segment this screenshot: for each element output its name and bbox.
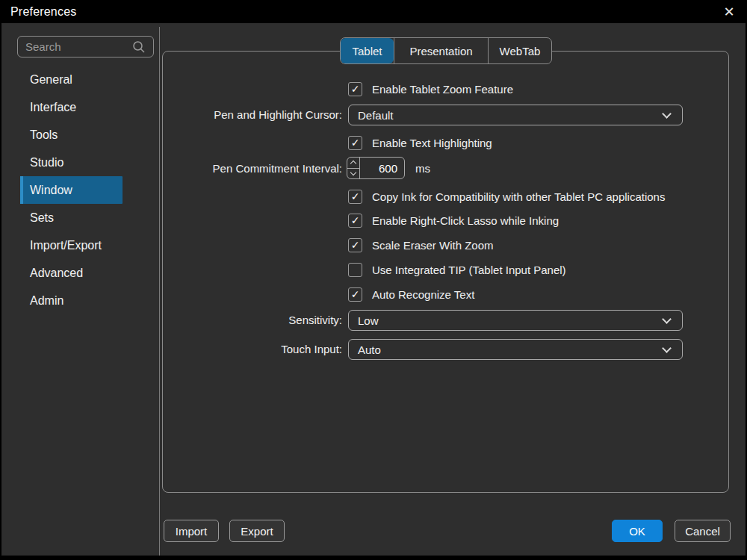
pen-commitment-spinner[interactable]: 600 <box>347 157 405 179</box>
tab-label: Tablet <box>352 45 382 57</box>
sidebar-divider <box>159 27 160 556</box>
sensitivity-label: Sensitivity: <box>163 314 342 326</box>
touch-input-label: Touch Input: <box>163 343 342 355</box>
pen-cursor-label: Pen and Highlight Cursor: <box>163 108 342 121</box>
pen-commitment-value[interactable]: 600 <box>360 158 404 178</box>
integrated-tip-checkbox[interactable] <box>348 263 362 277</box>
close-icon: ✕ <box>723 4 734 20</box>
sidebar-item-studio[interactable]: Studio <box>20 149 123 176</box>
pen-commitment-label: Pen Commitment Interval: <box>163 162 342 175</box>
close-button[interactable]: ✕ <box>719 2 740 22</box>
integrated-tip-label: Use Integrated TIP (Tablet Input Panel) <box>372 264 566 276</box>
checkmark-icon: ✓ <box>351 240 360 250</box>
pen-commitment-unit: ms <box>415 162 430 175</box>
touch-input-value: Auto <box>358 343 663 356</box>
copy-ink-checkbox[interactable]: ✓ <box>348 190 362 204</box>
sidebar-item-import-export[interactable]: Import/Export <box>20 231 123 259</box>
chevron-up-icon <box>350 161 356 167</box>
sidebar-item-label: Admin <box>30 294 63 308</box>
sidebar-item-label: Interface <box>30 101 76 114</box>
pen-cursor-dropdown[interactable]: Default <box>348 105 683 125</box>
enable-text-highlighting-checkbox[interactable]: ✓ <box>348 136 362 150</box>
sidebar-item-label: Import/Export <box>30 239 102 252</box>
auto-recognize-checkbox[interactable]: ✓ <box>348 287 362 302</box>
ok-button[interactable]: OK <box>612 520 663 542</box>
export-button-label: Export <box>241 525 273 538</box>
auto-recognize-row: ✓ Auto Recognize Text <box>348 287 474 302</box>
import-button-label: Import <box>176 525 208 538</box>
spinner-up-button[interactable] <box>347 158 359 168</box>
sidebar-item-general[interactable]: General <box>20 66 123 93</box>
checkmark-icon: ✓ <box>351 137 360 148</box>
spinner-buttons <box>347 158 360 178</box>
enable-tablet-zoom-row: ✓ Enable Tablet Zoom Feature <box>348 81 513 96</box>
sidebar-item-label: Sets <box>30 211 54 225</box>
right-click-lasso-label: Enable Right-Click Lasso while Inking <box>372 214 559 227</box>
scale-eraser-label: Scale Eraser With Zoom <box>372 239 494 252</box>
tab-tablet[interactable]: Tablet <box>341 38 394 63</box>
enable-text-highlighting-row: ✓ Enable Text Highlighting <box>348 135 492 150</box>
copy-ink-label: Copy Ink for Compatibility with other Ta… <box>372 190 665 203</box>
sidebar-item-interface[interactable]: Interface <box>20 93 123 121</box>
sidebar-item-tools[interactable]: Tools <box>20 121 123 149</box>
chevron-down-icon <box>350 169 356 175</box>
scale-eraser-row: ✓ Scale Eraser With Zoom <box>348 237 494 252</box>
sidebar-item-label: General <box>30 73 72 87</box>
search-input[interactable] <box>18 40 132 53</box>
checkmark-icon: ✓ <box>351 289 360 299</box>
spinner-down-button[interactable] <box>347 168 359 179</box>
checkmark-icon: ✓ <box>351 84 360 94</box>
chevron-down-icon <box>662 109 672 119</box>
checkmark-icon: ✓ <box>351 191 360 202</box>
sidebar-item-sets[interactable]: Sets <box>20 204 123 231</box>
enable-tablet-zoom-label: Enable Tablet Zoom Feature <box>372 83 513 96</box>
right-click-lasso-row: ✓ Enable Right-Click Lasso while Inking <box>348 213 559 228</box>
window-title: Preferences <box>10 5 76 19</box>
touch-input-dropdown[interactable]: Auto <box>348 339 683 360</box>
cancel-button[interactable]: Cancel <box>675 520 731 542</box>
sidebar: General Interface Tools Studio Window Se… <box>20 66 123 314</box>
sidebar-item-label: Studio <box>30 156 63 169</box>
dialog-body: General Interface Tools Studio Window Se… <box>1 23 746 556</box>
tab-label: Presentation <box>409 45 472 57</box>
auto-recognize-label: Auto Recognize Text <box>372 288 474 301</box>
sidebar-item-window[interactable]: Window <box>20 176 123 204</box>
search-icon <box>132 40 146 54</box>
chevron-down-icon <box>662 314 672 324</box>
tab-webtab[interactable]: WebTab <box>488 38 551 63</box>
ok-button-label: OK <box>629 525 645 538</box>
sidebar-item-advanced[interactable]: Advanced <box>20 259 123 287</box>
scale-eraser-checkbox[interactable]: ✓ <box>348 238 362 252</box>
chevron-down-icon <box>662 343 672 353</box>
tablet-settings-panel: ✓ Enable Tablet Zoom Feature Pen and Hig… <box>162 51 729 493</box>
checkmark-icon: ✓ <box>351 215 360 225</box>
integrated-tip-row: Use Integrated TIP (Tablet Input Panel) <box>348 262 566 277</box>
import-button[interactable]: Import <box>164 520 219 542</box>
sidebar-item-label: Tools <box>30 128 58 142</box>
sidebar-item-admin[interactable]: Admin <box>20 287 123 314</box>
pen-cursor-value: Default <box>358 109 663 122</box>
title-bar: Preferences ✕ <box>0 0 747 23</box>
sidebar-item-label: Advanced <box>30 267 83 280</box>
right-click-lasso-checkbox[interactable]: ✓ <box>348 214 362 228</box>
copy-ink-row: ✓ Copy Ink for Compatibility with other … <box>348 189 665 204</box>
sensitivity-value: Low <box>358 314 663 327</box>
tab-group: Tablet Presentation WebTab <box>340 37 552 64</box>
tab-label: WebTab <box>500 45 541 57</box>
enable-tablet-zoom-checkbox[interactable]: ✓ <box>348 82 362 96</box>
enable-text-highlighting-label: Enable Text Highlighting <box>372 137 492 149</box>
sidebar-item-label: Window <box>30 184 72 197</box>
sensitivity-dropdown[interactable]: Low <box>348 310 683 331</box>
preferences-dialog: Preferences ✕ General Interface Tools St… <box>0 0 747 560</box>
search-box[interactable] <box>17 36 154 57</box>
cancel-button-label: Cancel <box>685 525 720 538</box>
export-button[interactable]: Export <box>229 520 285 542</box>
tab-presentation[interactable]: Presentation <box>394 38 488 63</box>
